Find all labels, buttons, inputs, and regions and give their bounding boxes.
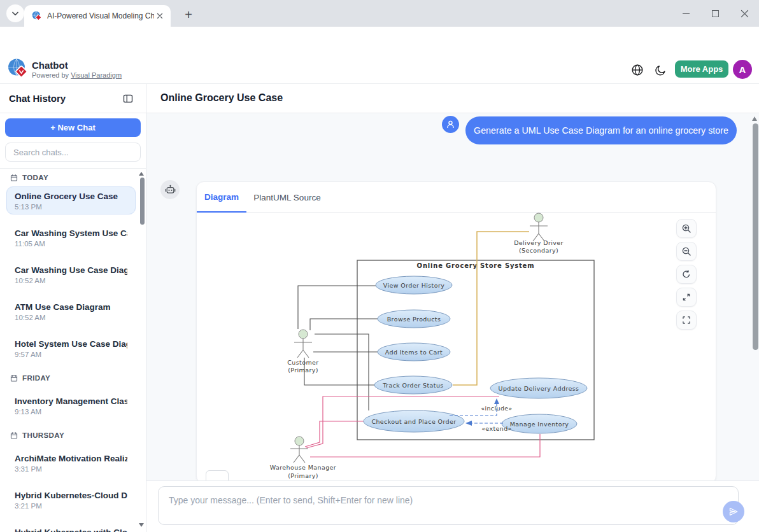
user-message-bubble: Generate a UML Use Case Diagram for an o… xyxy=(465,116,737,144)
chat-item[interactable]: Hybrid Kubernetes-Cloud De... 3:21 PM xyxy=(6,486,136,514)
close-icon xyxy=(741,10,749,18)
chat-item[interactable]: Inventory Management Clas... 9:13 AM xyxy=(6,391,136,419)
new-tab-button[interactable]: + xyxy=(180,6,197,24)
diagram-zoom-toolbar xyxy=(676,219,697,330)
chat-group-today: TODAY xyxy=(6,172,136,183)
diagram-card: Diagram PlantUML Source Online Grocery S… xyxy=(196,181,716,480)
person-icon xyxy=(446,120,455,129)
actor-delivery-driver: Delivery Driver (Secondary) xyxy=(514,213,564,254)
assistant-avatar xyxy=(160,180,180,199)
chat-item[interactable]: Car Washing System Use Case 11:05 AM xyxy=(6,223,136,251)
chat-item[interactable]: ATM Use Case Diagram 10:52 AM xyxy=(6,297,136,325)
expand-button[interactable] xyxy=(676,288,697,307)
user-avatar xyxy=(442,116,459,133)
clipped-diagram-action-button[interactable] xyxy=(206,470,229,480)
tab-plantuml-source[interactable]: PlantUML Source xyxy=(246,182,328,213)
moon-icon xyxy=(655,64,667,76)
zoom-in-icon xyxy=(681,223,692,234)
visual-paradigm-logo xyxy=(8,58,29,80)
browser-toolbar: ai-toolbox.visual-paradigm.com/app/chatb… xyxy=(0,27,759,55)
chat-message-area: Generate a UML Use Case Diagram for an o… xyxy=(146,113,759,480)
tab-close-button[interactable] xyxy=(154,10,166,22)
browser-tab[interactable]: AI-Powered Visual Modeling Ch xyxy=(24,5,171,27)
app-header: Chatbot Powered by Visual Paradigm More … xyxy=(0,55,759,84)
chat-scrollbar[interactable] xyxy=(753,123,758,350)
visual-paradigm-link[interactable]: Visual Paradigm xyxy=(71,71,122,79)
svg-text:(Primary): (Primary) xyxy=(288,472,318,479)
zoom-in-button[interactable] xyxy=(676,219,697,238)
svg-text:(Primary): (Primary) xyxy=(288,367,318,374)
svg-text:Track Order Status: Track Order Status xyxy=(382,382,443,389)
window-maximize-button[interactable] xyxy=(700,0,730,27)
chat-list: TODAY Online Grocery Use Case 5:13 PM Ca… xyxy=(0,169,146,532)
sidebar-scroll-up-arrow[interactable] xyxy=(139,172,144,176)
send-plane-icon xyxy=(728,507,739,517)
search-chats-input[interactable] xyxy=(5,143,141,162)
window-close-button[interactable] xyxy=(730,0,759,27)
uml-use-case-diagram: Online Grocery Store System xyxy=(198,213,716,480)
svg-text:Update Delivery Address: Update Delivery Address xyxy=(499,385,579,392)
close-icon xyxy=(157,13,163,19)
favicon-visual-paradigm xyxy=(32,11,42,21)
expand-arrows-icon xyxy=(681,292,692,302)
chat-item[interactable]: Hybrid Kubernetes with Clou... xyxy=(6,522,136,532)
send-button[interactable] xyxy=(723,501,744,522)
svg-text:Delivery Driver: Delivery Driver xyxy=(514,239,564,246)
message-composer xyxy=(146,480,759,532)
svg-text:Checkout and Place Order: Checkout and Place Order xyxy=(371,418,456,425)
chat-history-sidebar: Chat History + New Chat TODAY Online Gro… xyxy=(0,84,146,532)
chat-title-bar: Online Grocery Use Case xyxy=(146,84,759,113)
zoom-out-icon xyxy=(681,246,692,256)
fullscreen-brackets-icon xyxy=(681,315,692,325)
chat-item[interactable]: Hotel System Use Case Diagr... 9:57 AM xyxy=(6,334,136,362)
sidebar-header: Chat History xyxy=(0,84,146,113)
svg-text:Browse Products: Browse Products xyxy=(387,316,441,323)
scroll-up-arrow[interactable] xyxy=(752,116,757,121)
language-button[interactable] xyxy=(629,62,646,78)
diagram-tabs: Diagram PlantUML Source xyxy=(197,182,716,213)
browser-titlebar: AI-Powered Visual Modeling Ch + xyxy=(0,0,759,27)
svg-text:Warehouse Manager: Warehouse Manager xyxy=(270,464,336,471)
svg-text:(Secondary): (Secondary) xyxy=(519,247,558,254)
chevron-down-icon xyxy=(10,8,21,19)
zoom-out-button[interactable] xyxy=(676,242,697,261)
chat-item-online-grocery[interactable]: Online Grocery Use Case 5:13 PM xyxy=(6,186,136,214)
actor-warehouse-manager: Warehouse Manager (Primary) xyxy=(270,437,336,479)
chat-panel: Online Grocery Use Case Generate a UML U… xyxy=(146,84,759,532)
diagram-canvas[interactable]: Online Grocery Store System xyxy=(198,213,716,480)
svg-text:View Order History: View Order History xyxy=(383,282,445,289)
calendar-icon xyxy=(10,174,18,181)
chat-item[interactable]: ArchiMate Motivation Realiz... 3:31 PM xyxy=(6,449,136,477)
window-minimize-button[interactable] xyxy=(671,0,700,27)
calendar-icon xyxy=(10,374,18,382)
sidebar-scroll-down-arrow[interactable] xyxy=(139,523,144,527)
more-apps-button[interactable]: More Apps xyxy=(675,60,728,78)
include-label: «include» xyxy=(481,405,513,412)
calendar-icon xyxy=(10,431,18,439)
window-controls xyxy=(671,0,759,27)
minimize-icon xyxy=(683,13,690,14)
extend-label: «extend» xyxy=(481,425,512,432)
app-title: Chatbot xyxy=(32,60,68,71)
svg-text:Manage Inventory: Manage Inventory xyxy=(510,421,569,428)
tab-search-chevron-button[interactable] xyxy=(6,4,24,22)
fullscreen-button[interactable] xyxy=(676,311,697,330)
sidebar-title: Chat History xyxy=(9,93,66,104)
account-avatar[interactable]: A xyxy=(733,60,752,79)
reset-rotate-icon xyxy=(681,269,692,279)
browser-window: AI-Powered Visual Modeling Ch + xyxy=(0,0,759,532)
reset-view-button[interactable] xyxy=(676,265,697,284)
message-input[interactable] xyxy=(158,486,739,525)
dark-mode-button[interactable] xyxy=(652,62,669,78)
chat-group-thursday: THURSDAY xyxy=(6,430,136,441)
svg-text:Add Items to Cart: Add Items to Cart xyxy=(385,349,443,356)
sidebar-scrollbar[interactable] xyxy=(140,178,145,225)
sidebar-collapse-button[interactable] xyxy=(120,92,136,107)
tab-diagram[interactable]: Diagram xyxy=(197,182,246,213)
svg-text:Customer: Customer xyxy=(287,359,318,366)
chat-item[interactable]: Car Washing Use Case Diagr... 10:52 AM xyxy=(6,260,136,288)
maximize-icon xyxy=(712,10,719,17)
new-chat-button[interactable]: + New Chat xyxy=(5,118,141,137)
globe-icon xyxy=(631,64,644,76)
powered-by: Powered by Visual Paradigm xyxy=(32,71,122,79)
